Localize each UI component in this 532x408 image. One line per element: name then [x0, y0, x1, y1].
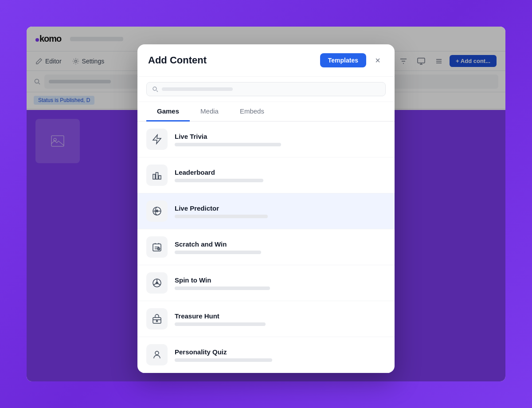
tab-games[interactable]: Games	[146, 102, 190, 122]
spin-to-win-desc	[175, 286, 270, 290]
spin-to-win-name: Spin to Win	[175, 276, 386, 284]
leaderboard-icon	[146, 165, 168, 186]
list-item-live-predictor[interactable]: Live Predictor	[137, 193, 395, 229]
scratch-and-win-name: Scratch and Win	[175, 240, 386, 248]
modal-search-icon	[152, 86, 158, 92]
treasure-hunt-desc	[175, 322, 266, 326]
svg-rect-11	[153, 244, 161, 251]
personality-quiz-icon	[146, 344, 168, 365]
scratch-and-win-icon	[146, 236, 168, 258]
close-icon: ×	[375, 55, 380, 66]
list-item-spin-to-win[interactable]: Spin to Win	[137, 265, 395, 301]
treasure-hunt-icon	[146, 308, 168, 330]
modal-search-placeholder	[162, 87, 233, 91]
modal-actions: Templates ×	[320, 53, 384, 67]
live-trivia-info: Live Trivia	[175, 133, 386, 146]
personality-quiz-desc	[175, 358, 272, 362]
live-trivia-name: Live Trivia	[175, 133, 386, 140]
list-item-scratch-and-win[interactable]: Scratch and Win	[137, 229, 395, 265]
live-trivia-desc	[175, 143, 281, 146]
list-item-treasure-hunt[interactable]: Treasure Hunt	[137, 301, 395, 337]
svg-point-5	[153, 87, 156, 90]
svg-point-19	[156, 321, 158, 322]
add-content-modal: Add Content Templates × Games Media Embe…	[137, 44, 395, 373]
modal-title: Add Content	[148, 55, 207, 66]
content-list: Live Trivia Leaderboard	[137, 122, 395, 373]
treasure-hunt-name: Treasure Hunt	[175, 312, 386, 320]
leaderboard-info: Leaderboard	[175, 169, 386, 182]
scratch-and-win-info: Scratch and Win	[175, 240, 386, 254]
personality-quiz-name: Personality Quiz	[175, 348, 386, 356]
leaderboard-desc	[175, 179, 263, 182]
live-trivia-icon	[146, 129, 168, 150]
list-item-live-trivia[interactable]: Live Trivia	[137, 122, 395, 157]
modal-search-field[interactable]	[146, 82, 386, 96]
close-modal-button[interactable]: ×	[372, 54, 384, 67]
live-predictor-desc	[175, 215, 268, 218]
leaderboard-name: Leaderboard	[175, 169, 386, 176]
tab-media[interactable]: Media	[190, 102, 229, 122]
live-predictor-info: Live Predictor	[175, 204, 386, 218]
modal-search	[137, 77, 395, 102]
list-item-leaderboard[interactable]: Leaderboard	[137, 157, 395, 193]
spin-to-win-icon	[146, 272, 168, 294]
svg-point-20	[155, 351, 159, 355]
modal-header: Add Content Templates ×	[137, 44, 395, 77]
modal-tabs: Games Media Embeds	[137, 102, 395, 122]
treasure-hunt-info: Treasure Hunt	[175, 312, 386, 326]
spin-to-win-info: Spin to Win	[175, 276, 386, 290]
svg-rect-7	[156, 173, 158, 179]
tab-embeds[interactable]: Embeds	[229, 102, 275, 122]
templates-button[interactable]: Templates	[320, 53, 366, 67]
scratch-and-win-desc	[175, 251, 261, 254]
list-item-personality-quiz[interactable]: Personality Quiz	[137, 337, 395, 373]
live-predictor-name: Live Predictor	[175, 204, 386, 212]
live-predictor-icon	[146, 200, 168, 222]
svg-rect-8	[159, 176, 161, 179]
personality-quiz-info: Personality Quiz	[175, 348, 386, 362]
svg-rect-6	[153, 174, 155, 179]
